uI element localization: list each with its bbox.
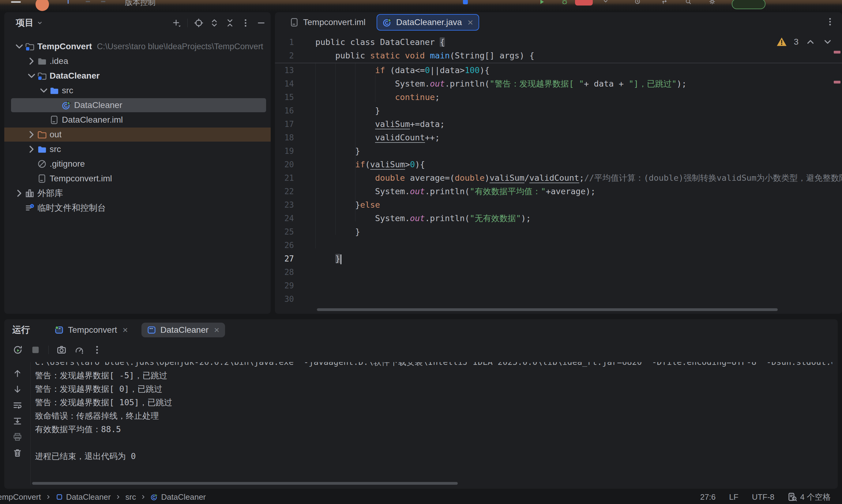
line-separator-widget[interactable]: LF [729, 492, 738, 502]
stop-button[interactable] [575, 0, 593, 5]
error-stripe-mark[interactable] [834, 51, 840, 54]
prev-occurrence-button[interactable] [13, 369, 22, 378]
code-line-14[interactable]: 14 System.out.println("警告：发现越界数据[ "+ dat… [275, 77, 842, 91]
code-line-15[interactable]: 15 continue; [275, 91, 842, 104]
options-menu-button[interactable] [241, 18, 250, 28]
tree-item-Tempconvert.iml[interactable]: Tempconvert.iml [4, 171, 271, 186]
plugin-pill-button[interactable] [732, 0, 766, 9]
close-icon[interactable]: × [122, 325, 128, 335]
tree-item--[interactable]: 临时文件和控制台 [4, 201, 271, 215]
debug-icon[interactable] [562, 0, 568, 5]
code-line-13[interactable]: 13 if (data<=0||data>100){ [275, 64, 842, 77]
toolbar-divider [48, 346, 49, 354]
code-line-25[interactable]: 25 } [275, 225, 842, 238]
hide-panel-button[interactable] [257, 18, 266, 28]
chevron-right-icon[interactable] [26, 55, 37, 67]
tree-item-src[interactable]: src [4, 142, 271, 157]
code-line-20[interactable]: 20 if(valiSum>0){ [275, 158, 842, 171]
code-line-21[interactable]: 21 double average=(double)valiSum/validC… [275, 171, 842, 185]
record-indicator-icon[interactable] [35, 0, 49, 11]
chevron-down-icon[interactable] [38, 85, 50, 96]
close-icon[interactable]: × [214, 325, 220, 335]
snapshot-button[interactable] [57, 345, 66, 355]
breadcrumb-empConvert[interactable]: empConvert [0, 492, 41, 502]
tree-item-out[interactable]: out [4, 127, 271, 142]
tree-item-DataCleaner[interactable]: DataCleaner [4, 69, 271, 83]
tree-item-.idea[interactable]: .idea [4, 54, 271, 69]
chevron-down-icon[interactable] [26, 70, 37, 82]
run-icon[interactable] [539, 0, 545, 5]
tree-item-src[interactable]: src [4, 83, 271, 98]
encoding-widget[interactable]: UTF-8 [752, 492, 775, 502]
tree-item-TempConvert[interactable]: TempConvertC:\Users\taro blue\IdeaProjec… [4, 39, 271, 54]
prev-problem-button[interactable] [805, 37, 816, 47]
next-occurrence-button[interactable] [13, 385, 22, 394]
collapse-all-button[interactable] [225, 18, 235, 28]
add-button[interactable] [172, 18, 181, 28]
tree-item-.gitignore[interactable]: .gitignore [4, 157, 271, 171]
update-icon[interactable] [661, 0, 668, 5]
chevron-down-icon[interactable] [603, 0, 609, 4]
caret-position-widget[interactable]: 27:6 [700, 492, 716, 502]
code-line-22[interactable]: 22 System.out.println("有效数据平均值："+average… [275, 185, 842, 198]
file-iml-icon [290, 18, 299, 27]
search-icon[interactable] [685, 0, 691, 5]
code-line-27[interactable]: 27 } [275, 252, 842, 266]
code-line-17[interactable]: 17 valiSum+=data; [275, 118, 842, 131]
console-line: 警告：发现越界数据[ 0]，已跳过 [35, 382, 832, 396]
soft-wrap-button[interactable] [13, 401, 22, 410]
inspections-widget[interactable]: 3 [776, 37, 833, 47]
chevron-down-icon[interactable] [14, 41, 25, 52]
run-tab-DataCleaner[interactable]: DataCleaner× [141, 323, 225, 337]
tree-item-DataCleaner[interactable]: DataCleaner [4, 98, 271, 112]
next-problem-button[interactable] [822, 37, 833, 47]
print-button[interactable] [13, 432, 22, 442]
expand-all-button[interactable] [210, 18, 219, 28]
code-line-30[interactable]: 30 [275, 292, 842, 306]
code-line-28[interactable]: 28 [275, 266, 842, 279]
breadcrumb-DataCleaner[interactable]: DataCleaner [151, 492, 206, 502]
code-line-19[interactable]: 19 } [275, 144, 842, 158]
editor-options-button[interactable] [825, 17, 835, 26]
editor-horizontal-scrollbar[interactable] [317, 308, 778, 311]
code-line-1[interactable]: 1public class DataCleaner { [275, 35, 842, 49]
profiler-button[interactable] [74, 345, 84, 355]
line-number: 18 [275, 131, 294, 144]
code-line-26[interactable]: 26 [275, 238, 842, 252]
code-editor[interactable]: 13 if (data<=0||data>100){14 System.out.… [275, 32, 842, 314]
code-line-16[interactable]: 16 } [275, 104, 842, 118]
editor-tab-DataCleaner.java[interactable]: DataCleaner.java× [377, 14, 480, 31]
console-output[interactable]: C:\Users\taro blue\.jdks\openjdk-20.0.2\… [35, 362, 832, 480]
breadcrumb-DataCleaner[interactable]: DataCleaner [56, 492, 111, 502]
code-line-29[interactable]: 29 [275, 279, 842, 292]
run-tab-Tempconvert[interactable]: Tempconvert× [49, 323, 134, 337]
code-line-24[interactable]: 24 System.out.println("无有效数据"); [275, 212, 842, 225]
locate-file-button[interactable] [194, 18, 203, 28]
run-panel-title[interactable]: 运行 [12, 324, 30, 336]
stop-button[interactable] [31, 345, 40, 355]
version-control-menu[interactable]: 版本控制 [125, 0, 156, 7]
indent-widget[interactable]: 4 个空格 [788, 492, 831, 502]
console-horizontal-scrollbar[interactable] [32, 482, 458, 485]
code-line-18[interactable]: 18 validCount++; [275, 131, 842, 144]
close-icon[interactable]: × [467, 17, 474, 27]
hamburger-menu-icon[interactable] [11, 1, 21, 3]
chevron-right-icon[interactable] [26, 129, 37, 140]
tree-item-DataCleaner.iml[interactable]: DataCleaner.iml [4, 112, 271, 127]
settings-icon[interactable] [709, 0, 715, 5]
run-config-icon[interactable] [463, 0, 468, 4]
chevron-right-icon[interactable] [14, 187, 25, 199]
error-stripe-mark[interactable] [834, 81, 840, 84]
rerun-button[interactable] [13, 345, 23, 355]
editor-tab-Tempconvert.iml[interactable]: Tempconvert.iml [284, 15, 371, 30]
tree-item--[interactable]: 外部库 [4, 186, 271, 201]
more-options-button[interactable] [92, 345, 102, 355]
breadcrumb-src[interactable]: src [125, 492, 136, 502]
code-line-23[interactable]: 23 }else [275, 198, 842, 212]
scroll-to-end-button[interactable] [13, 416, 22, 426]
clear-console-button[interactable] [13, 448, 22, 457]
history-icon[interactable] [634, 0, 640, 5]
chevron-right-icon[interactable] [26, 143, 37, 155]
project-panel-title[interactable]: 项目 [16, 17, 43, 29]
code-line-2[interactable]: 2 public static void main(String[] args)… [275, 49, 842, 62]
